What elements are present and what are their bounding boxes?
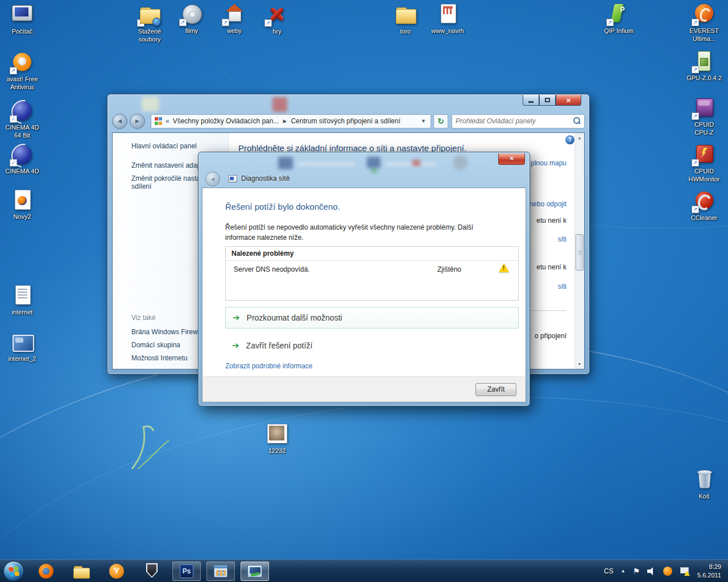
- maximize-button[interactable]: [539, 95, 556, 106]
- desktop-icon-label: CCleaner: [682, 214, 726, 222]
- forward-button[interactable]: ►: [130, 114, 145, 129]
- desktop-icon-hwmonitor[interactable]: CPUID HWMonitor: [682, 143, 726, 184]
- desktop-icon-label: Stažené soubory: [127, 28, 172, 44]
- firefox-document-icon: [10, 189, 34, 211]
- shortcut-arrow-icon: [179, 19, 187, 26]
- desktop-icon-cpuz[interactable]: CPUID CPU-Z: [682, 97, 726, 137]
- show-details-link[interactable]: Zobrazit podrobné informace: [225, 362, 312, 370]
- taskbar-explorer-icon[interactable]: [73, 563, 90, 580]
- taskbar-app-orange-icon[interactable]: [108, 563, 125, 580]
- taskbar-network-window-button[interactable]: [241, 562, 269, 581]
- taskbar-shield-app-icon[interactable]: [143, 563, 160, 580]
- dialog-back-button[interactable]: ◄: [205, 172, 220, 186]
- desktop-icon-novy2[interactable]: Novy2: [0, 189, 44, 221]
- avast-tray-icon[interactable]: [663, 567, 672, 576]
- link-network-fragment[interactable]: síti: [558, 282, 566, 290]
- taskbar-firefox-icon[interactable]: [38, 563, 55, 580]
- taskbar-photoshop-button[interactable]: Ps: [172, 562, 201, 581]
- disc-icon: [180, 3, 204, 26]
- search-icon[interactable]: [572, 116, 582, 126]
- clock[interactable]: 8:29 5.6.2011: [697, 563, 721, 580]
- start-button[interactable]: [3, 561, 24, 581]
- action-center-flag-icon[interactable]: ⚑: [632, 567, 640, 576]
- system-tray: CS ▲ ⚑ 8:29 5.6.2011: [604, 563, 728, 580]
- search-input[interactable]: [452, 117, 572, 125]
- cinema4d-icon: [10, 99, 34, 122]
- desktop-icon-pocitac[interactable]: Počítač: [0, 3, 44, 36]
- warning-icon: [499, 263, 509, 272]
- desktop-icon-weby[interactable]: weby: [212, 3, 257, 35]
- desktop-icon-label: internet_2: [0, 355, 44, 363]
- desktop-icon-avast[interactable]: avast! Free Antivirus: [0, 51, 44, 92]
- photo-thumbnail-icon: [265, 423, 289, 446]
- ghost-globe-icon: [453, 155, 468, 170]
- volume-icon[interactable]: [647, 567, 656, 575]
- minimize-button[interactable]: [523, 95, 539, 106]
- scrollbar-down-icon[interactable]: ▼: [575, 359, 584, 369]
- back-button[interactable]: ◄: [112, 114, 127, 129]
- breadcrumb-segment-current[interactable]: Centrum síťových připojení a sdílení: [291, 117, 400, 125]
- sidebar-see-also-header: Viz také: [131, 314, 155, 322]
- vertical-scrollbar[interactable]: ▲ ▼: [574, 133, 584, 369]
- desktop-icon-gpuz[interactable]: GPU-Z.0.4.2: [682, 50, 726, 82]
- desktop-icon-everest[interactable]: EVEREST Ultima...: [682, 3, 726, 43]
- explore-options-button[interactable]: ➔ Prozkoumat další možnosti: [225, 307, 519, 329]
- desktop-icon-label: avast! Free Antivirus: [0, 76, 44, 92]
- shortcut-arrow-icon: [692, 19, 699, 26]
- shortcut-arrow-icon: [692, 113, 699, 120]
- dialog-close-icon[interactable]: ×: [498, 153, 525, 165]
- link-full-map-fragment[interactable]: plnou mapu: [531, 159, 566, 167]
- language-indicator[interactable]: CS: [604, 567, 614, 575]
- desktop-icon-label: weby: [212, 27, 257, 35]
- close-dialog-button[interactable]: Zavřít: [475, 383, 516, 396]
- desktop-icon-internet2[interactable]: internet_2: [0, 331, 44, 363]
- close-button[interactable]: ×: [556, 95, 581, 106]
- taskbar-control-panel-button[interactable]: [206, 562, 235, 581]
- scrollbar-up-icon[interactable]: ▲: [575, 133, 584, 143]
- desktop-icon-cinema4d[interactable]: CINEMA 4D: [0, 143, 44, 176]
- green-arrow-icon: ➔: [233, 313, 240, 323]
- shortcut-arrow-icon: [692, 159, 699, 167]
- breadcrumb[interactable]: « Všechny položky Ovládacích pan... ▶ Ce…: [151, 114, 431, 128]
- breadcrumb-overflow-chevron[interactable]: «: [166, 117, 169, 125]
- refresh-button[interactable]: ↻: [433, 114, 448, 128]
- desktop-icon-recycle-bin[interactable]: Koš: [682, 468, 726, 501]
- taskbar: Ps CS ▲ ⚑ 8:29 5.6.2011: [0, 559, 728, 582]
- search-box[interactable]: [452, 114, 585, 128]
- desktop-icon-ccleaner[interactable]: CCleaner: [682, 190, 726, 222]
- desktop-icon-stazene-soubory[interactable]: Stažené soubory: [127, 3, 172, 44]
- window-controls: ×: [523, 95, 581, 106]
- desktop-icon-cinema4d-64[interactable]: CINEMA 4D 64 Bit: [0, 99, 44, 140]
- show-hidden-icons-button[interactable]: ▲: [621, 568, 626, 573]
- desktop-icon-label: QIP Infium: [597, 27, 641, 35]
- desktop-icon-label: Koš: [682, 493, 726, 501]
- shortcut-arrow-icon: [10, 67, 17, 74]
- desktop-icon-internet[interactable]: internet: [0, 284, 44, 317]
- link-connect-disconnect-fragment[interactable]: nebo odpojit: [530, 200, 566, 208]
- found-problems-box: Nalezené problémy Server DNS neodpovídá.…: [225, 246, 519, 301]
- problem-name: Server DNS neodpovídá.: [234, 265, 309, 273]
- close-troubleshooter-button[interactable]: ➔ Zavřít řešení potíží: [225, 336, 312, 355]
- downloads-folder-icon: [138, 3, 162, 26]
- desktop-icon-hry[interactable]: hry: [255, 3, 299, 36]
- sidebar-item-main-control-panel[interactable]: Hlavní ovládací panel: [131, 142, 222, 150]
- desktop-icon-toro[interactable]: toro: [383, 3, 428, 36]
- breadcrumb-segment-root[interactable]: Všechny položky Ovládacích pan...: [173, 117, 279, 125]
- help-icon[interactable]: ?: [565, 135, 574, 144]
- glass-reflection: [142, 97, 159, 111]
- shortcut-arrow-icon: [692, 206, 699, 213]
- dialog-body: Řešení potíží bylo dokončeno. Řešení pot…: [202, 188, 526, 377]
- ccleaner-icon: [692, 190, 716, 213]
- desktop-icon-filmy[interactable]: filmy: [169, 3, 214, 35]
- text-document-icon: [10, 284, 34, 307]
- document-icon: [436, 3, 460, 26]
- desktop-icon-12232[interactable]: 12232: [255, 423, 299, 455]
- desktop-icon-www-navrh[interactable]: www_navrh: [425, 3, 470, 35]
- breadcrumb-dropdown-icon[interactable]: ▼: [417, 118, 429, 124]
- shortcut-arrow-icon: [606, 19, 614, 26]
- network-warning-tray-icon[interactable]: [680, 567, 690, 576]
- scrollbar-thumb[interactable]: [576, 234, 584, 271]
- desktop-icon-qip-infium[interactable]: QIP Infium: [597, 3, 641, 35]
- link-network-fragment[interactable]: síti: [558, 235, 566, 243]
- desktop-icon-label: internet: [0, 309, 44, 317]
